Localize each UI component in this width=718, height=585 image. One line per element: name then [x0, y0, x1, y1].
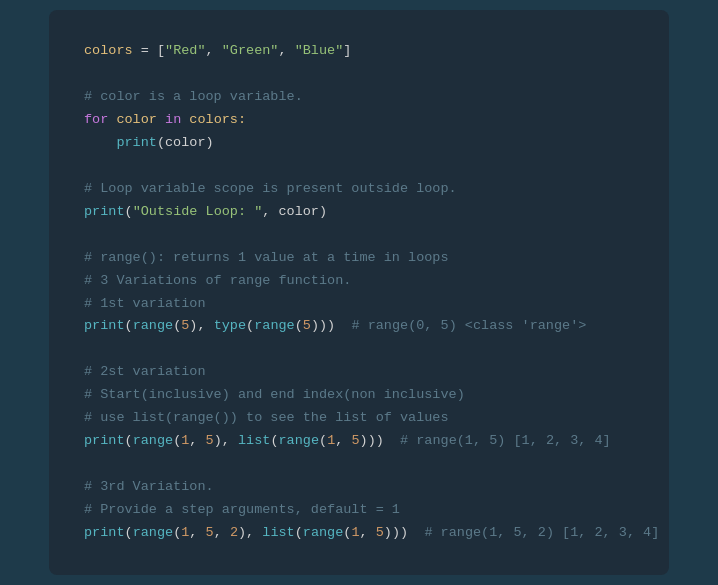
code-token: for [84, 112, 108, 127]
code-token: range [133, 525, 174, 540]
code-token: 1 [351, 525, 359, 540]
code-token: range [279, 433, 320, 448]
code-token: 5 [351, 433, 359, 448]
code-token: ), [189, 318, 213, 333]
code-token: ( [270, 433, 278, 448]
code-token: , [189, 525, 205, 540]
code-line [84, 338, 634, 361]
code-line: # Provide a step arguments, default = 1 [84, 499, 634, 522]
code-editor: colors = ["Red", "Green", "Blue"] # colo… [49, 10, 669, 575]
code-token: , [278, 43, 294, 58]
code-line: # 3 Variations of range function. [84, 270, 634, 293]
code-token: ))) [311, 318, 352, 333]
code-token: "Outside Loop: " [133, 204, 263, 219]
code-token: print [84, 318, 125, 333]
code-token: # Provide a step arguments, default = 1 [84, 502, 400, 517]
code-token: 5 [206, 433, 214, 448]
code-token: print [116, 135, 157, 150]
code-token: list [262, 525, 294, 540]
code-token: , [206, 43, 222, 58]
code-line: print(range(1, 5, 2), list(range(1, 5)))… [84, 522, 634, 545]
code-token: # range(1, 5, 2) [1, 2, 3, 4] [424, 525, 659, 540]
code-token: range [303, 525, 344, 540]
code-token: = [ [141, 43, 165, 58]
code-token: 2 [230, 525, 238, 540]
code-line: print(range(5), type(range(5))) # range(… [84, 315, 634, 338]
code-token: , [189, 433, 205, 448]
code-token: colors: [181, 112, 246, 127]
code-line: print(range(1, 5), list(range(1, 5))) # … [84, 430, 634, 453]
code-line: # 1st variation [84, 293, 634, 316]
code-token: , [335, 433, 351, 448]
code-token: # range(0, 5) <class 'range'> [351, 318, 586, 333]
code-line [84, 155, 634, 178]
code-token: ( [319, 433, 327, 448]
code-line: print(color) [84, 132, 634, 155]
code-line: colors = ["Red", "Green", "Blue"] [84, 40, 634, 63]
code-token: range [254, 318, 295, 333]
code-token: colors [84, 43, 141, 58]
code-token: list [238, 433, 270, 448]
code-token: , color) [262, 204, 327, 219]
code-token [84, 135, 116, 150]
code-token: # range(1, 5) [1, 2, 3, 4] [400, 433, 611, 448]
code-token: 5 [376, 525, 384, 540]
code-token: 5 [206, 525, 214, 540]
code-token: # 3 Variations of range function. [84, 273, 351, 288]
code-line: # Loop variable scope is present outside… [84, 178, 634, 201]
code-token: ( [295, 318, 303, 333]
code-line [84, 63, 634, 86]
code-token: , [360, 525, 376, 540]
code-token: , [214, 525, 230, 540]
code-token: # Start(inclusive) and end index(non inc… [84, 387, 465, 402]
code-token: ))) [360, 433, 401, 448]
code-token: # 2st variation [84, 364, 206, 379]
code-token: ( [246, 318, 254, 333]
code-token: # 3rd Variation. [84, 479, 214, 494]
code-token: "Red" [165, 43, 206, 58]
code-token: range [133, 318, 174, 333]
code-token: ( [125, 525, 133, 540]
code-token: color [108, 112, 165, 127]
code-token: ( [295, 525, 303, 540]
code-token: # color is a loop variable. [84, 89, 303, 104]
code-line [84, 224, 634, 247]
code-line: # color is a loop variable. [84, 86, 634, 109]
code-token: 5 [303, 318, 311, 333]
code-token: range [133, 433, 174, 448]
code-line: # 3rd Variation. [84, 476, 634, 499]
code-line [84, 453, 634, 476]
code-token: # Loop variable scope is present outside… [84, 181, 457, 196]
code-token: type [214, 318, 246, 333]
code-token: # 1st variation [84, 296, 206, 311]
code-token: "Blue" [295, 43, 344, 58]
code-token: ), [214, 433, 238, 448]
code-line: # range(): returns 1 value at a time in … [84, 247, 634, 270]
code-token: print [84, 433, 125, 448]
code-line: for color in colors: [84, 109, 634, 132]
code-token: print [84, 525, 125, 540]
code-token: ( [125, 204, 133, 219]
code-token: ( [125, 433, 133, 448]
code-content: colors = ["Red", "Green", "Blue"] # colo… [84, 40, 634, 545]
code-token: ))) [384, 525, 425, 540]
code-line: # use list(range()) to see the list of v… [84, 407, 634, 430]
code-token: in [165, 112, 181, 127]
code-token: ), [238, 525, 262, 540]
code-token: (color) [157, 135, 214, 150]
code-line: print("Outside Loop: ", color) [84, 201, 634, 224]
code-token: # range(): returns 1 value at a time in … [84, 250, 449, 265]
code-token: "Green" [222, 43, 279, 58]
code-token: ( [125, 318, 133, 333]
code-token: # use list(range()) to see the list of v… [84, 410, 449, 425]
code-token: ] [343, 43, 351, 58]
code-line: # 2st variation [84, 361, 634, 384]
code-line: # Start(inclusive) and end index(non inc… [84, 384, 634, 407]
code-token: print [84, 204, 125, 219]
